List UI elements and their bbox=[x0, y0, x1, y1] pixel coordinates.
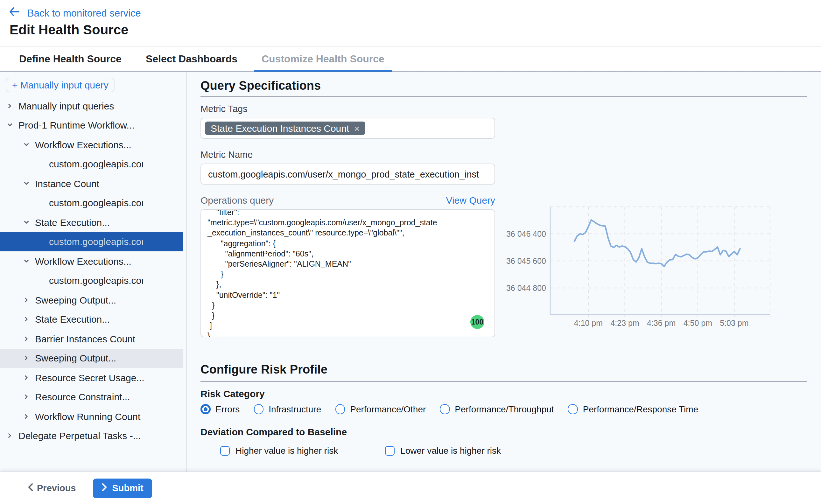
chevron-left-icon bbox=[27, 483, 33, 493]
metric-name-input[interactable] bbox=[200, 164, 495, 185]
checkbox-icon[interactable] bbox=[220, 446, 230, 455]
operations-query-label: Operations query bbox=[200, 194, 274, 205]
main-panel: Query Specifications Metric Tags State E… bbox=[186, 72, 821, 472]
configure-risk-profile-heading: Configure Risk Profile bbox=[200, 363, 807, 376]
tree-item-metric-custom-googleapis-1[interactable]: custom.googleapis.com bbox=[0, 154, 183, 174]
query-specifications-heading: Query Specifications bbox=[200, 79, 807, 92]
chevron-right-icon bbox=[102, 483, 108, 493]
radio-selected-icon[interactable] bbox=[200, 404, 210, 414]
tree-item-metric-custom-googleapis-3[interactable]: custom.googleapis.com bbox=[0, 271, 183, 290]
previous-button[interactable]: Previous bbox=[27, 483, 76, 493]
previous-button-label: Previous bbox=[37, 483, 76, 493]
tree-item-prod1-runtime-workflow[interactable]: Prod-1 Runtime Workflow... bbox=[0, 115, 183, 135]
tree-item-sweeping-output-1[interactable]: Sweeping Output... bbox=[0, 290, 183, 310]
tree-item-workflow-executions-1[interactable]: Workflow Executions... bbox=[0, 135, 183, 154]
svg-text:4:10 pm: 4:10 pm bbox=[574, 319, 603, 327]
submit-button[interactable]: Submit bbox=[93, 478, 152, 498]
radio-performance-response-time[interactable]: Performance/Response Time bbox=[568, 404, 698, 414]
tree-item-sweeping-output-2[interactable]: Sweeping Output... bbox=[0, 348, 183, 368]
metrics-sidebar: + Manually input query Manually input qu… bbox=[0, 72, 186, 472]
chevron-right-icon bbox=[6, 432, 13, 439]
svg-text:4:23 pm: 4:23 pm bbox=[610, 319, 639, 327]
tree-item-resource-secret-usage[interactable]: Resource Secret Usage... bbox=[0, 368, 183, 387]
operations-query-text: "filter": "metric.type=\"custom.googleap… bbox=[201, 209, 495, 337]
back-to-monitored-service-link[interactable]: Back to monitored service bbox=[9, 7, 141, 19]
chevron-down-icon bbox=[23, 258, 30, 265]
metric-preview-chart: 36 046 40036 045 60036 044 8004:10 pm4:2… bbox=[503, 202, 796, 333]
metric-tag-chip-label: State Execution Instances Count bbox=[211, 123, 349, 134]
view-query-link[interactable]: View Query bbox=[446, 194, 495, 205]
metric-name-label: Metric Name bbox=[200, 150, 807, 160]
content-area: + Manually input query Manually input qu… bbox=[0, 72, 821, 472]
risk-category-label: Risk Category bbox=[200, 388, 807, 399]
risk-category-radio-group: Errors Infrastructure Performance/Other … bbox=[200, 404, 807, 414]
section-divider bbox=[200, 96, 807, 97]
radio-performance-throughput[interactable]: Performance/Throughput bbox=[440, 404, 554, 414]
tab-define-health-source[interactable]: Define Health Source bbox=[17, 46, 124, 71]
svg-text:36 044 800: 36 044 800 bbox=[506, 283, 546, 292]
chevron-right-icon bbox=[23, 413, 30, 420]
add-manual-query-button[interactable]: + Manually input query bbox=[6, 78, 115, 92]
chevron-down-icon bbox=[23, 141, 30, 148]
chevron-down-icon bbox=[23, 180, 30, 187]
chevron-right-icon bbox=[23, 297, 30, 304]
chevron-down-icon bbox=[6, 122, 13, 129]
tab-customize-health-source[interactable]: Customize Health Source bbox=[259, 46, 387, 71]
tree-item-resource-constraint[interactable]: Resource Constraint... bbox=[0, 387, 183, 407]
footer-bar: Previous Submit bbox=[0, 472, 821, 504]
svg-text:4:36 pm: 4:36 pm bbox=[647, 319, 676, 327]
tab-select-dashboards[interactable]: Select Dashboards bbox=[143, 46, 240, 71]
chevron-right-icon bbox=[23, 394, 30, 401]
radio-icon[interactable] bbox=[440, 404, 450, 414]
query-health-badge: 100 bbox=[470, 315, 484, 329]
chevron-right-icon bbox=[23, 374, 30, 381]
deviation-checkbox-group: Higher value is higher risk Lower value … bbox=[200, 445, 807, 456]
checkbox-lower-value-higher-risk[interactable]: Lower value is higher risk bbox=[385, 445, 501, 456]
operations-query-row: Operations query View Query bbox=[200, 194, 495, 206]
tree-item-metric-custom-googleapis-selected[interactable]: custom.googleapis.com bbox=[0, 232, 183, 251]
tree-item-metric-custom-googleapis-2[interactable]: custom.googleapis.com bbox=[0, 193, 183, 213]
radio-errors[interactable]: Errors bbox=[200, 404, 240, 414]
chevron-right-icon bbox=[23, 316, 30, 323]
radio-infrastructure[interactable]: Infrastructure bbox=[254, 404, 321, 414]
deviation-label: Deviation Compared to Baseline bbox=[200, 426, 807, 437]
tree-item-barrier-instances-count[interactable]: Barrier Instances Count bbox=[0, 329, 183, 348]
radio-icon[interactable] bbox=[568, 404, 578, 414]
section-divider bbox=[200, 381, 807, 382]
page-header: Back to monitored service Edit Health So… bbox=[0, 0, 821, 46]
tree-item-manually-input-queries[interactable]: Manually input queries bbox=[0, 96, 183, 115]
tree-item-workflow-running-count[interactable]: Workflow Running Count bbox=[0, 407, 183, 426]
metric-tags-label: Metric Tags bbox=[200, 104, 807, 115]
radio-performance-other[interactable]: Performance/Other bbox=[335, 404, 426, 414]
radio-icon[interactable] bbox=[335, 404, 345, 414]
tree-item-state-execution-2[interactable]: State Execution... bbox=[0, 310, 183, 329]
chevron-right-icon bbox=[23, 335, 30, 342]
operations-query-editor[interactable]: "filter": "metric.type=\"custom.googleap… bbox=[200, 209, 495, 337]
arrow-left-icon bbox=[9, 7, 20, 19]
metric-tag-chip[interactable]: State Execution Instances Count × bbox=[205, 122, 365, 135]
page-title: Edit Health Source bbox=[10, 22, 128, 38]
chevron-right-icon bbox=[6, 102, 13, 109]
checkbox-icon[interactable] bbox=[385, 446, 395, 455]
metric-tags-input[interactable]: State Execution Instances Count × bbox=[200, 118, 495, 139]
radio-icon[interactable] bbox=[254, 404, 263, 414]
tree-item-state-execution-1[interactable]: State Execution... bbox=[0, 213, 183, 232]
metrics-tree: Manually input queries Prod-1 Runtime Wo… bbox=[0, 96, 186, 445]
wizard-tabs: Define Health Source Select Dashboards C… bbox=[0, 46, 821, 72]
back-link-label: Back to monitored service bbox=[27, 7, 141, 19]
remove-tag-icon[interactable]: × bbox=[354, 124, 359, 133]
tree-item-delegate-perpetual-tasks[interactable]: Delegate Perpetual Tasks -... bbox=[0, 426, 183, 445]
chevron-down-icon bbox=[23, 219, 30, 226]
tree-item-instance-count[interactable]: Instance Count bbox=[0, 174, 183, 193]
checkbox-higher-value-higher-risk[interactable]: Higher value is higher risk bbox=[220, 445, 338, 456]
svg-text:36 045 600: 36 045 600 bbox=[506, 256, 546, 265]
chevron-right-icon bbox=[23, 355, 30, 362]
svg-text:5:03 pm: 5:03 pm bbox=[720, 319, 748, 327]
tree-item-workflow-executions-2[interactable]: Workflow Executions... bbox=[0, 251, 183, 271]
submit-button-label: Submit bbox=[112, 483, 144, 493]
edit-health-source-page: Back to monitored service Edit Health So… bbox=[0, 0, 821, 504]
svg-text:36 046 400: 36 046 400 bbox=[506, 229, 546, 238]
svg-text:4:50 pm: 4:50 pm bbox=[684, 319, 712, 327]
